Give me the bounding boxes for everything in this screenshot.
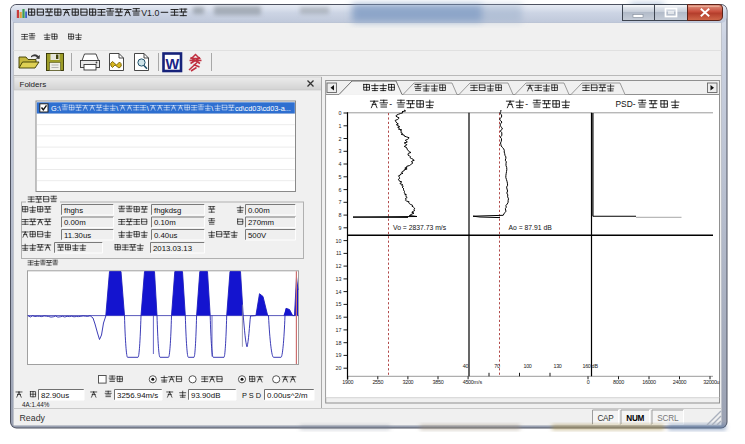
- svg-text:1: 1: [339, 123, 342, 129]
- svg-text:V1.0: V1.0: [141, 8, 159, 18]
- svg-text:-: -: [525, 99, 528, 109]
- svg-text:u: u: [717, 379, 720, 385]
- svg-text:13: 13: [336, 276, 342, 282]
- svg-text:17: 17: [336, 327, 342, 333]
- svg-text:NUM: NUM: [626, 414, 644, 423]
- svg-text:18: 18: [336, 340, 342, 346]
- svg-text:Ready: Ready: [20, 413, 46, 423]
- svg-text:W: W: [165, 56, 179, 72]
- svg-text:93.90dB: 93.90dB: [191, 391, 220, 400]
- svg-text:7: 7: [339, 199, 342, 205]
- svg-text:9: 9: [339, 225, 342, 231]
- svg-text:40: 40: [463, 363, 469, 369]
- svg-text:11.30us: 11.30us: [64, 231, 91, 240]
- svg-text:PSD-: PSD-: [616, 99, 636, 109]
- svg-text:82.90us: 82.90us: [41, 391, 69, 400]
- svg-text:3256.94m/s: 3256.94m/s: [117, 391, 158, 400]
- svg-text:cd\cd03\cd03-a...: cd\cd03\cd03-a...: [235, 104, 291, 113]
- svg-text:4A:1.44%: 4A:1.44%: [22, 401, 50, 408]
- svg-text:0.00m: 0.00m: [248, 206, 270, 215]
- svg-text:160: 160: [582, 363, 590, 369]
- svg-text:8: 8: [339, 212, 342, 218]
- svg-text:500V: 500V: [248, 231, 267, 240]
- svg-text:SCRL: SCRL: [657, 414, 679, 423]
- svg-text:Folders: Folders: [20, 80, 47, 89]
- svg-text:3850: 3850: [433, 379, 444, 385]
- svg-text:1900: 1900: [342, 379, 353, 385]
- svg-text:0: 0: [587, 379, 590, 385]
- svg-text:100: 100: [523, 363, 531, 369]
- svg-text:4500: 4500: [463, 379, 474, 385]
- svg-text:2: 2: [339, 136, 342, 142]
- svg-text:0.40us: 0.40us: [154, 231, 178, 240]
- svg-text:20: 20: [336, 365, 342, 371]
- svg-text:dB: dB: [592, 363, 599, 369]
- svg-text:6: 6: [339, 187, 342, 193]
- svg-text:Ao = 87.91 dB: Ao = 87.91 dB: [509, 224, 553, 231]
- svg-text:CAP: CAP: [597, 414, 614, 423]
- svg-text:m/s: m/s: [474, 379, 483, 385]
- svg-text:Vo = 2837.73 m/s: Vo = 2837.73 m/s: [393, 224, 447, 231]
- svg-text:32000: 32000: [703, 379, 717, 385]
- svg-text:0.00m: 0.00m: [64, 218, 86, 227]
- svg-text:2013.03.13: 2013.03.13: [153, 244, 192, 253]
- svg-text:0.10m: 0.10m: [154, 218, 176, 227]
- svg-text:24000: 24000: [673, 379, 687, 385]
- svg-text:-: -: [389, 99, 392, 109]
- svg-text:16: 16: [336, 314, 342, 320]
- svg-text:fhghs: fhghs: [64, 206, 83, 215]
- svg-text:0.00us^2/m: 0.00us^2/m: [267, 391, 308, 400]
- svg-text:5: 5: [339, 174, 342, 180]
- svg-text:16000: 16000: [642, 379, 656, 385]
- svg-text:G:\: G:\: [51, 104, 62, 113]
- svg-text:130: 130: [553, 363, 561, 369]
- svg-text:P S D: P S D: [242, 391, 261, 400]
- svg-text:4: 4: [339, 161, 342, 167]
- svg-text:11: 11: [336, 250, 342, 256]
- svg-text:19: 19: [336, 352, 342, 358]
- svg-text:10: 10: [336, 238, 342, 244]
- svg-text:270mm: 270mm: [248, 218, 274, 227]
- svg-text:15: 15: [336, 301, 342, 307]
- svg-text:12: 12: [336, 263, 342, 269]
- svg-text:3200: 3200: [403, 379, 414, 385]
- svg-text:0: 0: [339, 110, 342, 116]
- svg-text:3: 3: [339, 148, 342, 154]
- svg-text:14: 14: [336, 289, 342, 295]
- svg-text:2550: 2550: [372, 379, 383, 385]
- svg-text:8000: 8000: [613, 379, 624, 385]
- svg-text:fhgkdsg: fhgkdsg: [154, 206, 181, 215]
